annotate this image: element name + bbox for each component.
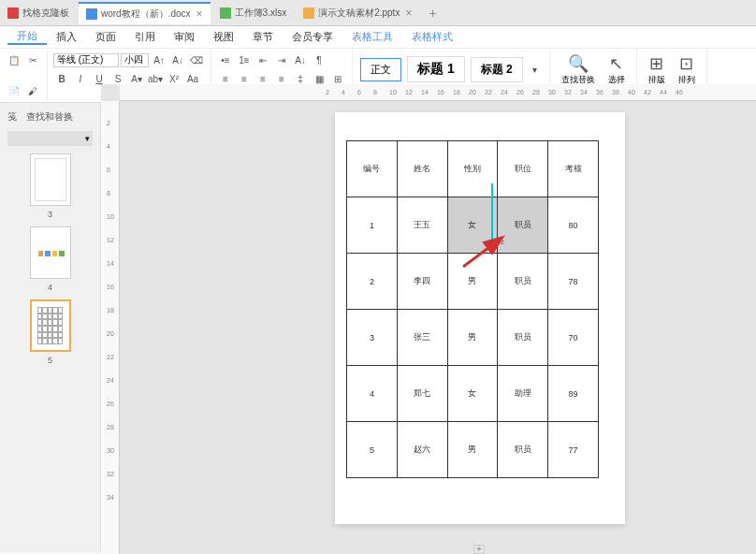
font-size-select[interactable] (121, 53, 149, 67)
table-row: 3 张三 男 职员 70 (347, 310, 599, 366)
table-cell[interactable]: 赵六 (397, 422, 447, 478)
clear-format-icon[interactable]: ⌫ (188, 51, 205, 68)
tab-label: word教程（新）.docx (101, 7, 191, 21)
show-marks-icon[interactable]: ¶ (311, 51, 327, 68)
menu-member[interactable]: 会员专享 (283, 30, 342, 44)
arrange2-button[interactable]: ⊡ 排列 (673, 51, 701, 88)
style-heading1[interactable]: 标题 1 (407, 56, 465, 82)
thumb-content (35, 158, 66, 201)
table-cell[interactable]: 4 (347, 366, 398, 422)
table-cell[interactable]: 5 (347, 422, 398, 478)
data-table[interactable]: 编号 姓名 性别 职位 考核 1 王五 女 职员 80 2 李四 男 职员 78 (346, 140, 599, 478)
select-button[interactable]: ↖ 选择 (603, 51, 631, 88)
menu-reference[interactable]: 引用 (125, 30, 165, 44)
header-cell[interactable]: 编号 (347, 141, 398, 197)
header-cell[interactable]: 考核 (548, 141, 599, 197)
number-list-icon[interactable]: 1≡ (236, 51, 253, 68)
table-cell[interactable]: 职员 (498, 310, 548, 366)
horizontal-ruler[interactable]: 2468101214161820222426283032343638404244… (120, 84, 756, 101)
table-cell[interactable]: 女 (447, 366, 498, 422)
font-name-select[interactable] (53, 53, 119, 67)
style-normal[interactable]: 正文 (360, 58, 401, 81)
format-painter-icon[interactable]: 🖌 (24, 82, 41, 99)
sidebar-dropdown[interactable]: ▾ (7, 131, 93, 146)
more-styles-icon[interactable]: ▾ (527, 61, 544, 78)
document-page: 编号 姓名 性别 职位 考核 1 王五 女 职员 80 2 李四 男 职员 78 (335, 112, 625, 524)
menu-chapter[interactable]: 章节 (243, 30, 283, 44)
column-resize-line[interactable] (491, 183, 493, 241)
thumb-table (37, 307, 64, 344)
decrease-font-icon[interactable]: A↓ (169, 51, 186, 68)
thumb-number: 3 (4, 210, 96, 219)
menu-insert[interactable]: 插入 (47, 30, 86, 44)
copy-icon[interactable]: 📄 (6, 82, 22, 99)
table-cell[interactable]: 男 (447, 254, 498, 310)
tab-word-doc[interactable]: word教程（新）.docx × (79, 2, 211, 24)
table-cell[interactable]: 77 (548, 422, 599, 478)
table-cell[interactable]: 3 (347, 310, 398, 366)
table-cell[interactable]: 2 (347, 254, 398, 310)
sidebar-header: 笺 查找和替换 (4, 107, 96, 127)
sort-icon[interactable]: A↓ (292, 51, 309, 68)
ribbon-clipboard: 📋 ✂ 📄 🖌 (0, 49, 48, 102)
table-cell[interactable]: 张三 (397, 310, 447, 366)
style-heading2[interactable]: 标题 2 (471, 57, 523, 82)
page-thumbnail-5[interactable] (30, 299, 71, 352)
arrange2-icon: ⊡ (679, 53, 693, 74)
table-cell[interactable]: 职员 (498, 422, 548, 478)
bold-icon[interactable]: B (53, 70, 70, 87)
indent-increase-icon[interactable]: ⇥ (273, 51, 290, 68)
ppt-icon (303, 7, 314, 19)
table-cell[interactable]: 70 (548, 310, 599, 366)
document-area: 2468101214161820222426283032343638404244… (101, 84, 756, 554)
page-thumbnail-4[interactable] (30, 226, 71, 279)
table-cell[interactable]: 李四 (397, 254, 447, 310)
tab-label: 工作簿3.xlsx (235, 7, 287, 20)
table-cell[interactable]: 1 (347, 197, 398, 254)
bullet-list-icon[interactable]: •≡ (217, 51, 234, 68)
arrange-button[interactable]: ⊞ 排版 (643, 51, 671, 88)
increase-font-icon[interactable]: A↑ (151, 51, 167, 68)
close-icon[interactable]: × (405, 7, 412, 20)
table-row: 5 赵六 男 职员 77 (347, 422, 599, 478)
table-cell[interactable]: 职员 (498, 254, 548, 310)
tab-label: 找格克隆板 (22, 7, 69, 20)
italic-icon[interactable]: I (72, 70, 89, 87)
tab-ppt[interactable]: 演示文稿素材2.pptx × (296, 2, 419, 24)
table-cell[interactable]: 78 (548, 254, 599, 310)
thumb-number: 4 (4, 283, 96, 292)
table-cell-selected[interactable]: 职员 (498, 197, 548, 254)
table-cell[interactable]: 89 (548, 366, 599, 422)
page-thumbnail-3[interactable] (30, 153, 71, 206)
tab-excel[interactable]: 工作簿3.xlsx (212, 2, 295, 24)
table-cell[interactable]: 郑七 (397, 366, 447, 422)
tab-template[interactable]: 找格克隆板 (0, 2, 77, 24)
cut-icon[interactable]: ✂ (24, 51, 41, 68)
menu-page[interactable]: 页面 (86, 30, 125, 44)
sidebar-title: 笺 查找和替换 (7, 110, 73, 124)
menu-table-tools[interactable]: 表格工具 (342, 30, 402, 44)
menu-table-style[interactable]: 表格样式 (402, 30, 462, 44)
thumb-number: 5 (4, 356, 96, 365)
indent-decrease-icon[interactable]: ⇤ (254, 51, 271, 68)
doc-icon (7, 7, 19, 19)
paste-icon[interactable]: 📋 (6, 51, 22, 68)
thumb-diagram (38, 251, 65, 260)
header-cell[interactable]: 性别 (447, 141, 498, 197)
close-icon[interactable]: × (196, 7, 203, 21)
menu-home[interactable]: 开始 (7, 29, 47, 45)
add-row-icon[interactable]: + (473, 545, 485, 554)
table-cell[interactable]: 助理 (498, 366, 548, 422)
vertical-ruler[interactable]: 246810121416182022242628303234 (101, 101, 120, 554)
menu-review[interactable]: 审阅 (165, 30, 204, 44)
table-cell[interactable]: 80 (548, 197, 599, 254)
menu-view[interactable]: 视图 (204, 30, 243, 44)
main-menu: 开始 插入 页面 引用 审阅 视图 章节 会员专享 表格工具 表格样式 (0, 26, 756, 49)
table-cell[interactable]: 王五 (397, 197, 447, 254)
find-replace-button[interactable]: 🔍 查找替换 (556, 51, 601, 88)
header-cell[interactable]: 职位 (498, 141, 548, 197)
header-cell[interactable]: 姓名 (397, 141, 447, 197)
table-cell[interactable]: 男 (447, 310, 498, 366)
add-tab-icon[interactable]: + (429, 6, 436, 21)
table-cell[interactable]: 男 (447, 422, 498, 478)
